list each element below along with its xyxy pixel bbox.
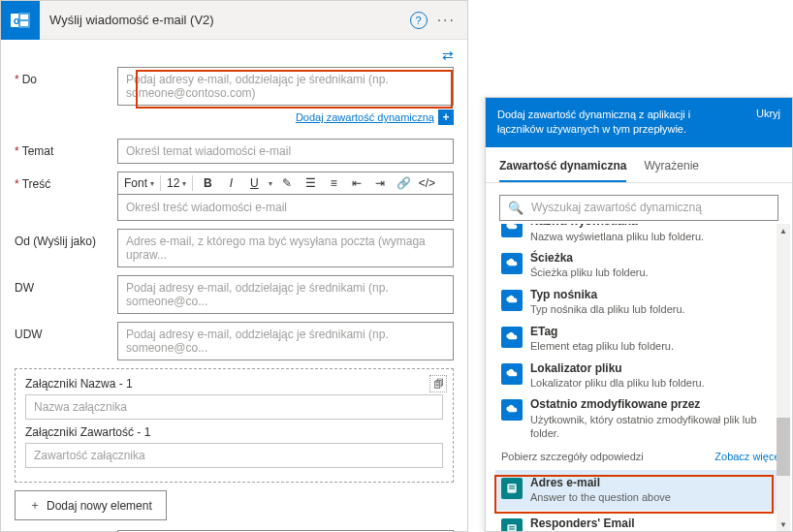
link-button[interactable]: 🔗 [395,176,412,190]
form-area: ⇄ *Do Podaj adresy e-mail, oddzielając j… [1,40,467,360]
from-label: Od (Wyślij jako) [15,229,117,248]
see-more-link[interactable]: Zobacz więcej [714,451,782,462]
tab-dynamic-content[interactable]: Zawartość dynamiczna [499,159,626,182]
hide-link[interactable]: Ukryj [756,108,780,119]
add-dynamic-content-link[interactable]: Dodaj zawartość dynamiczną [296,111,434,123]
svg-rect-8 [507,524,516,531]
code-view-button[interactable]: </> [418,176,435,190]
cc-label: DW [15,275,117,295]
forms-icon [501,518,523,531]
bullet-list-button[interactable]: ☰ [301,176,319,190]
email-action-card: o Wyślij wiadomość e-mail (V2) ? ··· ⇄ *… [0,0,468,532]
card-title[interactable]: Wyślij wiadomość e-mail (V2) [40,13,410,27]
plus-icon[interactable]: + [438,110,454,125]
panel-tabs: Zawartość dynamiczna Wyrażenie [486,147,792,183]
onedrive-icon [501,327,523,348]
content-item[interactable]: Ostatnio zmodyfikowane przezUżytkownik, … [499,393,784,444]
attachment-name-input[interactable]: Nazwa załącznika [25,394,443,420]
italic-button[interactable]: I [222,176,239,190]
body-label: *Treść [15,172,117,191]
attachment-content-label: Załączniki Zawartość - 1 [25,425,443,439]
bold-button[interactable]: B [199,176,216,190]
content-item[interactable]: ETagElement etag pliku lub folderu. [499,321,784,358]
number-list-button[interactable]: ≡ [325,176,342,190]
bcc-label: UDW [15,322,117,341]
from-input[interactable]: Adres e-mail, z którego ma być wysyłana … [117,229,454,267]
more-format-icon[interactable]: ▾ [269,179,272,188]
onedrive-icon [501,224,523,237]
font-select[interactable]: Font▾ [124,176,154,190]
to-label: *Do [15,67,117,86]
add-new-item-button[interactable]: ＋ Dodaj nowy element [15,490,167,520]
onedrive-icon [501,399,523,421]
subject-input[interactable]: Określ temat wiadomości e-mail [117,139,454,164]
onedrive-icon [501,290,523,311]
tab-expression[interactable]: Wyrażenie [644,159,699,182]
scroll-up-icon[interactable]: ▲ [777,224,790,237]
subject-label: *Temat [15,139,117,158]
content-item[interactable]: Typ nośnikaTyp nośnika dla pliku lub fol… [499,284,784,321]
panel-header: Dodaj zawartość dynamiczną z aplikacji i… [486,98,792,147]
attachments-section: 🗐 Załączniki Nazwa - 1 Nazwa załącznika … [15,368,454,483]
plus-icon: ＋ [29,497,41,514]
attachment-name-label: Załączniki Nazwa - 1 [25,377,443,391]
clear-format-button[interactable]: ✎ [278,176,296,190]
size-select[interactable]: 12▾ [167,176,186,190]
card-header: o Wyślij wiadomość e-mail (V2) ? ··· [1,1,467,40]
cc-input[interactable]: Podaj adresy e-mail, oddzielając je śred… [117,275,454,314]
attachment-content-input[interactable]: Zawartość załącznika [25,443,443,468]
to-input[interactable]: Podaj adresy e-mail, oddzielając je śred… [117,67,454,106]
onedrive-icon [501,363,523,385]
scroll-down-icon[interactable]: ▼ [777,517,790,531]
indent-button[interactable]: ⇥ [371,176,389,190]
swap-icon[interactable]: ⇄ [442,47,454,63]
underline-button[interactable]: U [245,176,263,190]
scrollbar-track[interactable]: ▲ ▼ [777,224,790,531]
svg-rect-7 [509,487,515,488]
svg-text:o: o [14,16,19,26]
content-item[interactable]: Lokalizator plikuLokalizator pliku dla p… [499,358,784,394]
bcc-input[interactable]: Podaj adresy e-mail, oddzielając je śred… [117,322,454,360]
forms-icon [501,478,523,499]
search-input[interactable]: 🔍 Wyszukaj zawartość dynamiczną [499,195,778,221]
content-item[interactable]: ŚcieżkaŚcieżka pliku lub folderu. [499,247,784,284]
dynamic-content-list: Nazwa wyswietlanaNazwa wyświetlana pliku… [486,224,792,531]
info-icon[interactable]: ? [410,12,428,29]
svg-rect-6 [509,485,515,486]
more-menu-icon[interactable]: ··· [437,12,456,29]
svg-rect-2 [20,15,28,19]
group-header: Pobierz szczegóły odpowiedziZobacz więce… [499,445,784,468]
search-icon: 🔍 [508,201,523,215]
content-item[interactable]: Nazwa wyswietlanaNazwa wyświetlana pliku… [499,224,784,247]
scrollbar-thumb[interactable] [777,418,790,476]
body-input[interactable]: Określ treść wiadomości e-mail [117,195,454,221]
svg-rect-3 [20,21,28,26]
onedrive-icon [501,253,523,274]
delete-attachment-icon[interactable]: 🗐 [429,375,447,392]
svg-rect-9 [509,526,515,527]
outlook-icon: o [1,1,40,40]
rich-text-toolbar: Font▾ 12▾ B I U ▾ ✎ ☰ ≡ ⇤ ⇥ 🔗 </> [117,172,454,195]
outdent-button[interactable]: ⇤ [348,176,365,190]
content-item[interactable]: Responders' EmailEmail address of respon… [499,513,784,531]
content-item[interactable]: Adres e-mailAnswer to the question above [495,470,788,511]
dynamic-content-panel: Dodaj zawartość dynamiczną z aplikacji i… [485,97,793,532]
svg-rect-10 [509,528,515,529]
